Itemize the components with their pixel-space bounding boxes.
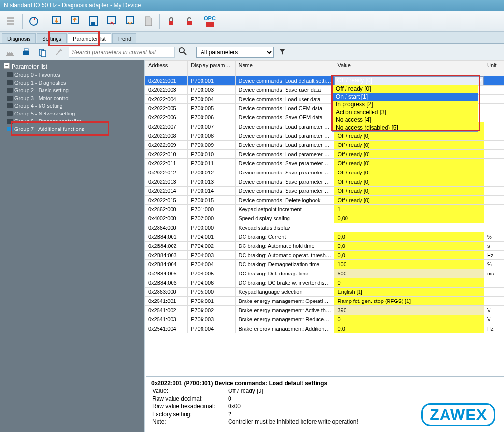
import-icon[interactable] <box>103 13 120 29</box>
tab-trend[interactable]: Trend <box>112 33 136 43</box>
table-row[interactable]: 0x4002:000P702:000Speed display scaling0… <box>145 214 504 223</box>
search-icon[interactable] <box>178 46 187 58</box>
tree-item-group-3[interactable]: Group 3 - Motor control <box>3 94 142 102</box>
tree-item-group-4[interactable]: Group 4 - I/O setting <box>3 102 142 110</box>
cell-value[interactable]: Off / ready [0] <box>334 187 484 196</box>
wand-icon[interactable] <box>52 46 66 58</box>
cell-value[interactable]: Off / ready [0] <box>334 141 484 150</box>
table-row[interactable]: 0x2B84:006P704:006DC braking: DC brake w… <box>145 278 504 288</box>
factory-icon[interactable] <box>3 46 16 58</box>
export-icon[interactable] <box>122 13 138 29</box>
cell-name: DC braking: Demagnetization time <box>235 260 334 269</box>
tab-settings[interactable]: Settings <box>37 33 67 43</box>
refresh-icon[interactable] <box>26 13 42 29</box>
cell-value[interactable]: Off / ready [0] <box>334 159 484 168</box>
copy-icon[interactable] <box>36 46 49 58</box>
save-icon[interactable] <box>85 13 101 29</box>
table-row[interactable]: 0x2863:000P705:000Keypad language select… <box>145 288 504 297</box>
tab-diagnosis[interactable]: Diagnosis <box>2 33 36 43</box>
cell-value[interactable]: 1 <box>334 205 484 214</box>
table-row[interactable]: 0x2022:014P700:014Device commands: Save … <box>145 187 504 196</box>
search-input[interactable] <box>69 47 175 58</box>
unlock-icon[interactable] <box>181 13 198 29</box>
col-value[interactable]: Value <box>334 61 484 76</box>
dropdown-option[interactable]: Action cancelled [3] <box>333 108 478 116</box>
tree-panel[interactable]: Parameter list Group 0 - FavoritesGroup … <box>0 60 145 432</box>
col-unit[interactable]: Unit <box>484 61 504 76</box>
table-row[interactable]: 0x2B84:001P704:001DC braking: Current0,0… <box>145 232 504 242</box>
tree-root-label[interactable]: Parameter list <box>3 62 142 71</box>
table-row[interactable]: 0x2541:004P706:004Brake energy managemen… <box>145 324 504 333</box>
table-row[interactable]: 0x2862:000P701:000Keypad setpoint increm… <box>145 205 504 214</box>
table-row[interactable]: 0x2864:000P703:000Keypad status display <box>145 223 504 232</box>
cell-value[interactable]: Off / ready [0] <box>334 177 484 187</box>
filter-dropdown[interactable]: All parameters <box>196 47 274 58</box>
cell-value[interactable]: 0,0 <box>334 232 484 242</box>
dropdown-option[interactable]: No access (disabled) [5] <box>333 124 478 131</box>
cell-value[interactable]: 0,0 <box>334 251 484 260</box>
cell-value[interactable]: Off / ready [0] <box>334 168 484 177</box>
table-row[interactable]: 0x2541:001P706:001Brake energy managemen… <box>145 297 504 306</box>
table-row[interactable]: 0x2541:002P706:002Brake energy managemen… <box>145 306 504 315</box>
table-row[interactable]: 0x2022:011P700:011Device commands: Save … <box>145 159 504 168</box>
print-icon[interactable] <box>19 46 33 58</box>
tab-parameter-list[interactable]: Parameter list <box>68 33 111 43</box>
cell-value[interactable]: 390 <box>334 306 484 315</box>
cell-value[interactable]: Off / ready [0] <box>334 131 484 141</box>
toolbar-btn-1[interactable] <box>3 13 19 29</box>
tree-item-group-7[interactable]: Group 7 - Additional functions <box>3 125 142 133</box>
tree-item-group-2[interactable]: Group 2 - Basic setting <box>3 86 142 94</box>
cell-value[interactable]: 0,0 <box>334 324 484 333</box>
table-row[interactable]: 0x2022:015P700:015Device commands: Delet… <box>145 196 504 205</box>
lock-icon[interactable] <box>163 13 179 29</box>
dropdown-option[interactable]: On / start [1] <box>333 93 478 101</box>
col-address[interactable]: Address <box>145 61 188 76</box>
window-title-bar: N standard IO 50 Hz - Diagnosis adapter … <box>0 0 504 11</box>
cell-value[interactable]: Off / ready [0] <box>334 76 484 86</box>
value-dropdown-list[interactable]: Off / ready [0]On / start [1]In progress… <box>332 85 478 132</box>
dropdown-option[interactable]: No access [4] <box>333 116 478 124</box>
doc-icon[interactable] <box>140 13 157 29</box>
filter-icon[interactable] <box>278 47 286 57</box>
cell-value[interactable] <box>334 223 484 232</box>
cell-value[interactable]: 100 <box>334 260 484 269</box>
cell-value[interactable]: Ramp fct. gen. stop (RFGS) [1] <box>334 297 484 306</box>
table-row[interactable]: 0x2022:013P700:013Device commands: Save … <box>145 177 504 187</box>
cell-value[interactable]: 0,0 <box>334 242 484 251</box>
col-name[interactable]: Name <box>235 61 334 76</box>
table-row[interactable]: 0x2022:001P700:001Device commands: Load … <box>145 76 504 86</box>
cell-value[interactable]: 0 <box>334 278 484 288</box>
cell-value[interactable]: English [1] <box>334 288 484 297</box>
tree-item-group-0[interactable]: Group 0 - Favorites <box>3 71 142 79</box>
cell-value[interactable]: 500 <box>334 269 484 278</box>
dropdown-option[interactable]: Off / ready [0] <box>333 85 478 93</box>
table-row[interactable]: 0x2B84:004P704:004DC braking: Demagnetiz… <box>145 260 504 269</box>
table-row[interactable]: 0x2B84:002P704:002DC braking: Automatic … <box>145 242 504 251</box>
cell-unit <box>484 196 504 205</box>
cell-addr: 0x2022:009 <box>145 141 188 150</box>
dropdown-option[interactable]: In progress [2] <box>333 101 478 108</box>
table-row[interactable]: 0x2022:010P700:010Device commands: Load … <box>145 150 504 159</box>
upload-icon[interactable] <box>67 13 83 29</box>
cell-addr: 0x2022:004 <box>145 95 188 104</box>
cell-value[interactable]: 0,00 <box>334 214 484 223</box>
cell-disp: P704:001 <box>188 232 235 242</box>
table-row[interactable]: 0x2022:012P700:012Device commands: Save … <box>145 168 504 177</box>
tree-item-group-1[interactable]: Group 1 - Diagnostics <box>3 79 142 86</box>
cell-value[interactable]: Off / ready [0] <box>334 150 484 159</box>
cell-value[interactable]: Off / ready [0] <box>334 196 484 205</box>
table-row[interactable]: 0x2022:009P700:009Device commands: Load … <box>145 141 504 150</box>
col-display[interactable]: Display parameter <box>188 61 235 76</box>
download-icon[interactable] <box>48 13 65 29</box>
table-row[interactable]: 0x2541:003P706:003Brake energy managemen… <box>145 315 504 324</box>
table-row[interactable]: 0x2B84:003P704:003DC braking: Automatic … <box>145 251 504 260</box>
cell-disp: P704:006 <box>188 278 235 288</box>
table-row[interactable]: 0x2B84:005P704:005DC braking: Def. demag… <box>145 269 504 278</box>
cell-value[interactable]: 0 <box>334 315 484 324</box>
detail-cell: 0 <box>228 395 362 402</box>
value-dropdown-field[interactable]: Off / ready [0] <box>334 76 484 85</box>
opc-icon[interactable]: OPC <box>204 15 216 27</box>
tree-item-group-5[interactable]: Group 5 - Network setting <box>3 110 142 117</box>
tree-item-group-6[interactable]: Group 6 - Process controller <box>3 117 142 125</box>
table-row[interactable]: 0x2022:008P700:008Device commands: Load … <box>145 131 504 141</box>
